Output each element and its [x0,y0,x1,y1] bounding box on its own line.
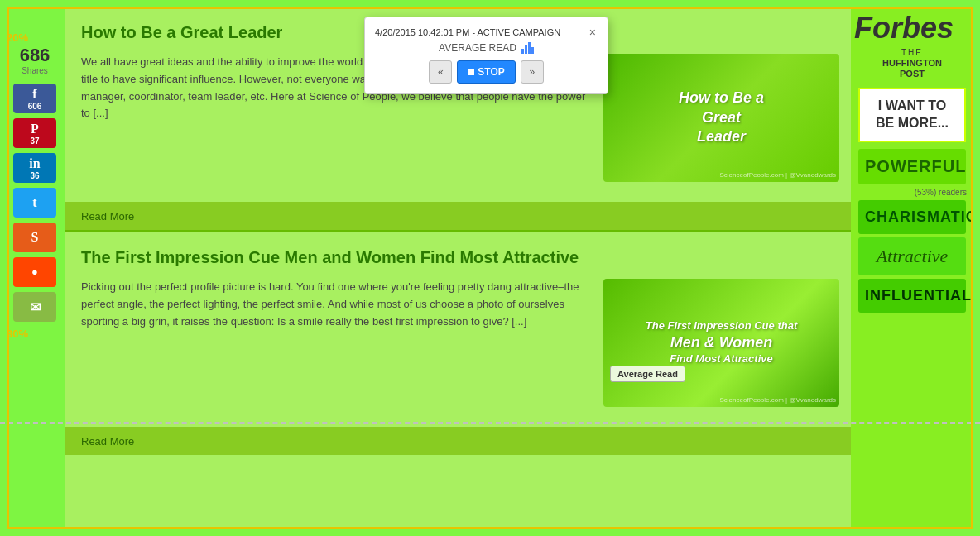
forbes-logo[interactable]: Forbes [854,13,954,43]
article-2-watermark: ScienceofPeople.com | @Vvanedwards [720,396,837,404]
article-1-img-placeholder: How to Be aGreatLeader ScienceofPeople.c… [603,54,839,182]
charismatic-button[interactable]: CHARISMATIC [858,200,966,234]
popup-title: 4/20/2015 10:42:01 PM - ACTIVE CAMPAIGN [375,27,560,37]
twitter-icon: t [32,195,36,210]
article-2-title[interactable]: The First Impression Cue Men and Women F… [81,248,839,267]
bar-chart-icon [521,42,534,54]
linkedin-button[interactable]: in 36 [13,153,56,183]
article-2-overlay-text: The First Impression Cue thatMen & Women… [646,319,797,366]
want-text-line2: BE MORE... [867,115,958,132]
want-text-line1: I WANT TO [867,98,958,115]
powerful-text: POWERFUL [865,157,959,176]
stop-button[interactable]: STOP [457,60,515,84]
email-button[interactable]: ✉ [13,292,56,322]
article-1-read-more[interactable]: Read More [81,210,134,223]
right-sidebar: Forbes (69%) readers THE HUFFINGTON POST… [851,7,973,529]
popup-close-button[interactable]: × [588,26,598,39]
article-1-image: How to Be aGreatLeader ScienceofPeople.c… [603,54,839,182]
pinterest-icon: P [31,122,39,136]
shares-label: Shares [20,66,50,75]
want-box: I WANT TO BE MORE... [858,88,966,142]
attractive-button[interactable]: Attractive [858,237,966,275]
huffpost-huffington: HUFFINGTON [882,58,942,69]
average-read-badge: Average Read [610,366,685,382]
huffpost-the: THE [882,48,942,58]
influential-button[interactable]: INFLUENTIAL [858,279,966,313]
pct-marker-top: 20% [7,31,28,44]
pct-marker-mid: 30% [7,328,28,340]
huffpost-logo: THE HUFFINGTON POST [882,48,942,79]
shares-box: 686 Shares [20,40,50,80]
facebook-button[interactable]: f 606 [13,84,56,113]
popup-subtitle: AVERAGE READ [375,42,598,54]
shares-count: 686 [20,45,50,66]
article-1-watermark: ScienceofPeople.com | @Vvanedwards [720,171,837,179]
dashed-line [0,422,980,424]
stop-icon [468,69,474,75]
bar-2 [525,45,527,54]
powerful-button[interactable]: POWERFUL [858,149,966,184]
charismatic-readers-badge: (53%) readers [915,188,967,197]
next-button[interactable]: » [521,60,544,84]
email-icon: ✉ [30,299,41,315]
article-2-read-more-bar: Read More [65,427,856,455]
article-2-text: Picking out the perfect profile picture … [81,279,590,407]
article-2-image: The First Impression Cue thatMen & Women… [603,279,839,407]
article-2-img-placeholder: The First Impression Cue thatMen & Women… [603,279,839,407]
stumbleupon-button[interactable]: S [13,223,56,252]
stumbleupon-icon: S [31,230,39,245]
prev-button[interactable]: « [429,60,452,84]
linkedin-icon: in [29,156,40,171]
article-1-overlay-text: How to Be aGreatLeader [679,89,764,146]
huffpost-post: POST [882,69,942,79]
facebook-count: 606 [28,102,42,111]
popup-dialog: 4/20/2015 10:42:01 PM - ACTIVE CAMPAIGN … [364,17,608,94]
linkedin-count: 36 [30,171,39,180]
average-read-label: AVERAGE READ [439,42,516,54]
reddit-icon: ● [31,266,38,279]
facebook-icon: f [32,87,36,102]
twitter-button[interactable]: t [13,188,56,218]
article-2: The First Impression Cue Men and Women F… [65,232,856,424]
influential-text: INFLUENTIAL [865,287,959,304]
pinterest-button[interactable]: P 37 [13,118,56,148]
bar-4 [531,47,534,54]
reddit-button[interactable]: ● [13,257,56,287]
article-2-read-more[interactable]: Read More [81,435,134,447]
bar-3 [528,42,531,54]
popup-controls: « STOP » [375,60,598,84]
attractive-text: Attractive [865,246,959,267]
left-sidebar: 686 Shares f 606 P 37 in 36 t S ● ✉ [7,40,63,323]
article-2-body-wrap: Picking out the perfect profile picture … [81,279,839,407]
bar-1 [521,49,524,54]
article-1-read-more-bar: Read More [65,202,856,230]
charismatic-text: CHARISMATIC [865,208,959,226]
popup-header: 4/20/2015 10:42:01 PM - ACTIVE CAMPAIGN … [375,26,598,39]
stop-label: STOP [478,66,504,78]
pinterest-count: 37 [30,136,39,146]
